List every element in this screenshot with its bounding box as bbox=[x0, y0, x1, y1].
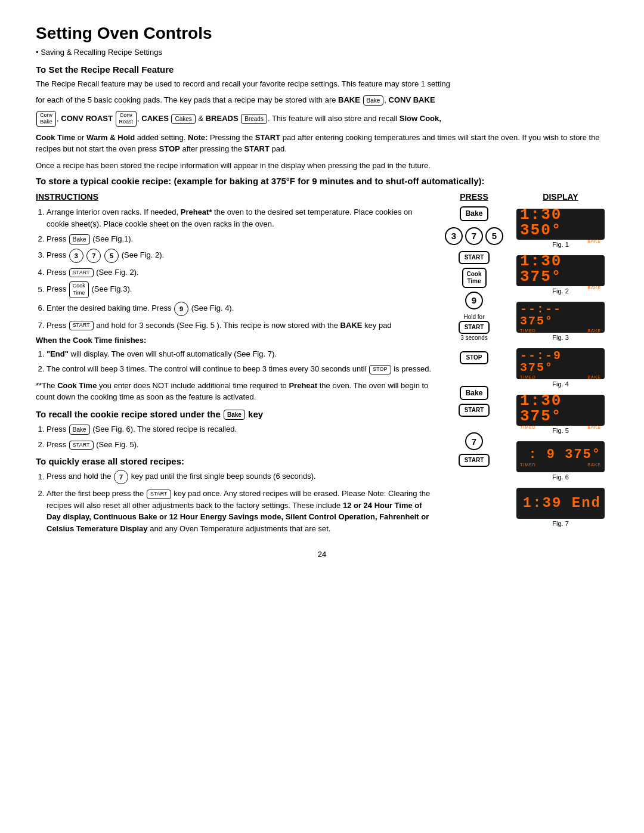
press-start-erase: START bbox=[459, 454, 490, 467]
erase-step-1: Press and hold the 7 key pad until the f… bbox=[47, 470, 435, 484]
erase-list: Press and hold the 7 key pad until the f… bbox=[36, 470, 435, 534]
recipe-recall-para4: Cook Time or Warm & Hold added setting. … bbox=[36, 132, 608, 155]
erase-heading: To quickly erase all stored recipes: bbox=[36, 456, 435, 466]
display-labels-1: BAKE bbox=[520, 239, 601, 243]
recipe-recall-para1: The Recipe Recall feature may be used to… bbox=[36, 78, 608, 90]
display-label-bake-4: BAKE bbox=[587, 375, 601, 379]
display-screen-2: 1:30 375° BAKE bbox=[516, 255, 605, 286]
bake-key-recall: Bake bbox=[224, 410, 245, 420]
press-hold-label: Hold for bbox=[463, 314, 484, 320]
display-text-1: 1:30 350° bbox=[520, 207, 601, 238]
when-item-2: The control will beep 3 times. The contr… bbox=[47, 363, 435, 375]
press-9: 9 bbox=[465, 292, 483, 309]
three-col-layout: INSTRUCTIONS Arrange interior oven racks… bbox=[36, 192, 608, 538]
display-label-timed-3: TIMED bbox=[520, 329, 536, 333]
step-6: Enter the desired baking time. Press 9 (… bbox=[47, 302, 435, 316]
fig-3-label: Fig. 3 bbox=[552, 334, 569, 341]
page-number: 24 bbox=[36, 550, 608, 559]
recipe-recall-heading: To Set the Recipe Recall Feature bbox=[36, 64, 608, 75]
start-key-step7: START bbox=[69, 321, 94, 330]
press-key-7: 7 bbox=[465, 227, 483, 245]
press-start-key-1: START bbox=[459, 251, 490, 264]
breads-key: Breads bbox=[241, 114, 267, 124]
press-start-recall: START bbox=[459, 404, 490, 417]
display-labels-2: BAKE bbox=[520, 286, 601, 290]
display-screen-1: 1:30 350° BAKE bbox=[516, 209, 605, 240]
when-cook-time-list: "End" will display. The oven will shut-o… bbox=[36, 348, 435, 375]
display-screen-5: 1:30 375° TIMED BAKE bbox=[516, 395, 605, 426]
press-start-1: START bbox=[459, 251, 490, 264]
when-cook-time-heading: When the Cook Time finishes: bbox=[36, 335, 435, 346]
display-fig4: --:-9 375° TIMED BAKE Fig. 4 bbox=[516, 348, 605, 390]
display-text-4: --:-9 375° bbox=[520, 350, 601, 374]
press-col: PRESS Bake 3 7 5 START CookTime 9 Hold f… bbox=[441, 192, 507, 538]
key-9-step6: 9 bbox=[174, 302, 188, 316]
key-3: 3 bbox=[69, 249, 83, 263]
recipe-recall-para5: Once a recipe has been stored the recipe… bbox=[36, 160, 608, 172]
press-start-erase-key: START bbox=[459, 454, 490, 467]
press-375: 3 7 5 bbox=[445, 225, 503, 247]
press-bake-key: Bake bbox=[460, 206, 489, 221]
press-stop-key: STOP bbox=[460, 351, 488, 364]
when-item-1: "End" will display. The oven will shut-o… bbox=[47, 348, 435, 360]
display-label-bake-2: BAKE bbox=[587, 286, 601, 290]
start-key-step4: START bbox=[69, 268, 94, 278]
press-cook-time-key: CookTime bbox=[462, 268, 487, 288]
stop-key-inline: STOP bbox=[369, 365, 391, 374]
display-label-bake-3: BAKE bbox=[587, 329, 601, 333]
display-label-bake-6: BAKE bbox=[587, 463, 601, 467]
recipe-recall-para2: for each of the 5 basic cooking pads. Th… bbox=[36, 94, 608, 106]
display-labels-3: TIMED BAKE bbox=[520, 329, 601, 333]
press-375-row: 3 7 5 bbox=[445, 227, 503, 245]
step-2: Press Bake (See Fig.1). bbox=[47, 233, 435, 245]
display-text-7: 1:39 End bbox=[523, 496, 601, 510]
cook-time-key-step5: CookTime bbox=[69, 281, 89, 298]
display-label-timed-4: TIMED bbox=[520, 375, 536, 379]
step-5: Press CookTime (See Fig.3). bbox=[47, 281, 435, 298]
key-7: 7 bbox=[86, 249, 101, 263]
instructions-list: Arrange interior oven racks. If needed, … bbox=[36, 206, 435, 331]
display-col: DISPLAY 1:30 350° BAKE Fig. 1 1:30 375° … bbox=[513, 192, 608, 538]
press-header: PRESS bbox=[460, 192, 488, 202]
start-key-erase: START bbox=[147, 490, 171, 499]
instructions-col: INSTRUCTIONS Arrange interior oven racks… bbox=[36, 192, 435, 538]
display-header: DISPLAY bbox=[543, 192, 578, 202]
fig-4-label: Fig. 4 bbox=[552, 380, 569, 388]
recall-heading: To recall the cookie recipe stored under… bbox=[36, 409, 435, 420]
note-cook-time: **The Cook Time you enter does NOT inclu… bbox=[36, 380, 435, 403]
display-fig2: 1:30 375° BAKE Fig. 2 bbox=[516, 255, 605, 297]
step-7: Press START and hold for 3 seconds (See … bbox=[47, 320, 435, 332]
press-bake-recall-key: Bake bbox=[460, 386, 489, 400]
display-screen-6: : 9 375° TIMED BAKE bbox=[516, 441, 605, 472]
display-fig3: --:-- 375° TIMED BAKE Fig. 3 bbox=[516, 302, 605, 343]
page-title: Setting Oven Controls bbox=[36, 24, 608, 43]
press-bake-recall: Bake bbox=[460, 386, 489, 400]
display-labels-4: TIMED BAKE bbox=[520, 375, 601, 379]
display-fig1: 1:30 350° BAKE Fig. 1 bbox=[516, 209, 605, 250]
recall-step-2: Press START (See Fig. 5). bbox=[47, 439, 435, 451]
cookie-example-heading: To store a typical cookie recipe: (examp… bbox=[36, 176, 608, 186]
fig-6-label: Fig. 6 bbox=[552, 473, 569, 481]
display-label-timed-6: TIMED bbox=[520, 463, 536, 467]
press-cook-time: CookTime bbox=[462, 268, 487, 288]
display-text-2: 1:30 375° bbox=[520, 253, 601, 284]
press-3sec-label: 3 seconds bbox=[460, 335, 488, 341]
press-key-9: 9 bbox=[465, 292, 483, 309]
erase-step-2: After the first beep press the START key… bbox=[47, 488, 435, 534]
press-bake: Bake bbox=[460, 206, 489, 221]
press-key-7-erase: 7 bbox=[465, 432, 483, 450]
display-screen-7: 1:39 End bbox=[516, 488, 605, 519]
instructions-header: INSTRUCTIONS bbox=[36, 192, 435, 202]
erase-section: To quickly erase all stored recipes: Pre… bbox=[36, 456, 435, 534]
display-screen-4: --:-9 375° TIMED BAKE bbox=[516, 348, 605, 379]
recall-step-1: Press Bake (See Fig. 6). The stored reci… bbox=[47, 423, 435, 435]
display-labels-6: TIMED BAKE bbox=[520, 463, 601, 467]
press-start-recall-key: START bbox=[459, 404, 490, 417]
display-text-5: 1:30 375° bbox=[520, 393, 601, 424]
page-subtitle: Saving & Recalling Recipe Settings bbox=[36, 47, 608, 58]
display-text-6: : 9 375° bbox=[528, 448, 601, 462]
start-key-recall: START bbox=[69, 441, 94, 450]
display-labels-5: TIMED BAKE bbox=[520, 425, 601, 429]
bake-key-inline: Bake bbox=[363, 95, 384, 106]
display-screen-3: --:-- 375° TIMED BAKE bbox=[516, 302, 605, 333]
